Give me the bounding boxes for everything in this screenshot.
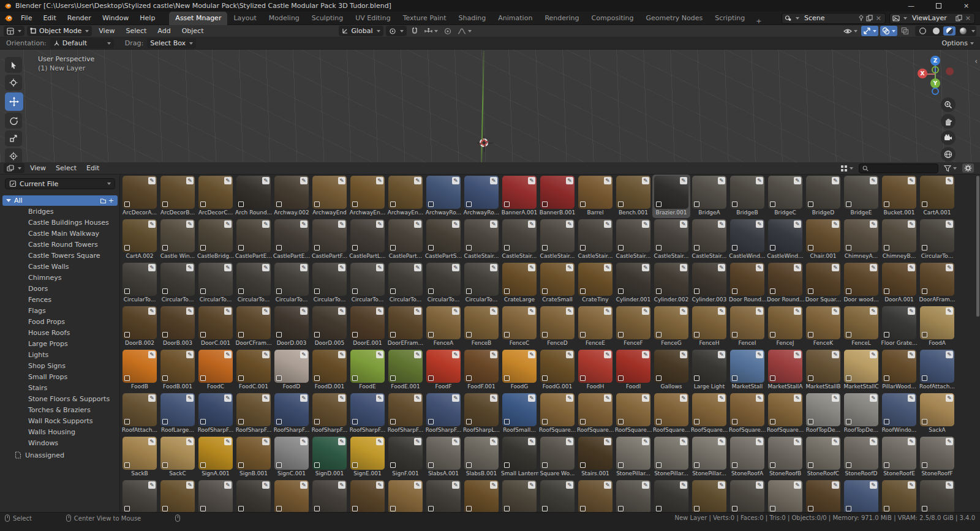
asset-thumbnail[interactable]: ✎ (844, 263, 878, 296)
asset-tile[interactable]: ✎ CircularTo... (197, 262, 235, 305)
add-catalog-button[interactable]: + (108, 197, 114, 205)
catalog-item[interactable]: Chimneys (0, 272, 120, 283)
asset-tile[interactable]: ✎ DoorA.001 (880, 262, 918, 305)
sidebar-toggle-arrow[interactable]: ‹ (974, 57, 978, 66)
proportional-falloff-dropdown[interactable] (456, 26, 473, 36)
asset-thumbnail[interactable]: ✎ (350, 480, 385, 512)
maximize-button[interactable] (925, 0, 952, 12)
asset-tile[interactable]: ✎ StoneRoofB (766, 435, 804, 479)
asset-tile[interactable]: ✎ StoneRoofD (842, 435, 880, 479)
asset-thumbnail[interactable]: ✎ (464, 437, 499, 470)
asset-thumbnail[interactable]: ✎ (160, 263, 195, 296)
asset-thumbnail[interactable]: ✎ (160, 176, 195, 209)
asset-tile[interactable]: ✎ DoorB.002 (121, 305, 159, 348)
asset-thumbnail[interactable]: ✎ (540, 437, 575, 470)
asset-thumbnail[interactable]: ✎ (123, 176, 157, 209)
asset-tile[interactable]: ✎ CrateSmall (538, 262, 576, 305)
asset-thumbnail[interactable]: ✎ (123, 437, 157, 470)
asset-tile[interactable]: ✎ MarketStallB (804, 348, 842, 392)
asset-tile[interactable]: ✎ FenceF (614, 305, 652, 348)
asset-thumbnail[interactable]: ✎ (274, 437, 309, 470)
catalog-item[interactable]: House Roofs (0, 327, 120, 338)
asset-thumbnail[interactable]: ✎ (236, 480, 271, 512)
workspace-tab[interactable]: Layout (227, 12, 262, 25)
asset-thumbnail[interactable]: ✎ (806, 350, 840, 383)
asset-thumbnail[interactable]: ✎ (198, 393, 233, 426)
asset-thumbnail[interactable]: ✎ (730, 437, 764, 470)
asset-thumbnail[interactable]: ✎ (616, 480, 650, 512)
asset-thumbnail[interactable]: ✎ (882, 176, 916, 209)
asset-thumbnail[interactable]: ✎ (502, 219, 537, 252)
asset-thumbnail[interactable]: ✎ (730, 393, 764, 426)
asset-tile[interactable]: ✎ MarketStallC (842, 348, 880, 392)
asset-tile[interactable]: ✎ CircularTo... (462, 262, 500, 305)
viewport-menu[interactable]: Select (121, 27, 151, 35)
asset-tile[interactable]: ✎ RoofAttach... (121, 392, 159, 435)
asset-thumbnail[interactable]: ✎ (540, 393, 575, 426)
asset-thumbnail[interactable]: ✎ (274, 176, 309, 209)
asset-tile[interactable]: ✎ RoofSmall... (500, 392, 538, 435)
asset-thumbnail[interactable]: ✎ (312, 350, 347, 383)
asset-thumbnail[interactable]: ✎ (920, 306, 954, 339)
asset-thumbnail[interactable]: ✎ (236, 263, 271, 296)
asset-thumbnail[interactable]: ✎ (730, 480, 764, 512)
asset-tile[interactable]: ✎ RoofAttach... (918, 348, 956, 392)
view-layer-selector[interactable]: ViewLayer × (889, 13, 975, 24)
asset-thumbnail[interactable]: ✎ (160, 219, 195, 252)
workspace-tab[interactable]: Modeling (263, 12, 306, 25)
solid-shading-button[interactable] (930, 26, 942, 36)
catalog-item[interactable]: Flags (0, 305, 120, 316)
asset-thumbnail[interactable]: ✎ (806, 306, 840, 339)
asset-tile[interactable]: ✎ CartA.002 (121, 218, 159, 262)
asset-tile[interactable]: ✎ RoofSharpF... (235, 392, 273, 435)
asset-tile[interactable]: ✎ SignE.001 (349, 435, 386, 479)
asset-thumbnail[interactable]: ✎ (123, 350, 157, 383)
asset-tile[interactable]: ✎ (424, 479, 462, 512)
asset-tile[interactable]: ✎ FoodG.001 (538, 348, 576, 392)
asset-thumbnail[interactable]: ✎ (844, 176, 878, 209)
asset-thumbnail[interactable]: ✎ (768, 480, 802, 512)
catalog-item[interactable]: Castle Towers Square (0, 250, 120, 261)
asset-tile[interactable]: ✎ RoofSquare... (690, 392, 728, 435)
asset-tile[interactable]: ✎ BridgeA (690, 175, 728, 218)
asset-tile[interactable]: ✎ CartA.001 (918, 175, 956, 218)
asset-thumbnail[interactable]: ✎ (123, 393, 157, 426)
asset-tile[interactable]: ✎ (386, 479, 424, 512)
asset-details-toggle[interactable] (962, 164, 974, 173)
asset-thumbnail[interactable]: ✎ (844, 219, 878, 252)
asset-tile[interactable]: ✎ CircularTo... (349, 262, 386, 305)
asset-thumbnail[interactable]: ✎ (426, 306, 461, 339)
asset-thumbnail[interactable]: ✎ (350, 393, 385, 426)
asset-thumbnail[interactable]: ✎ (730, 350, 764, 383)
asset-tile[interactable]: ✎ RoofSharpL... (462, 392, 500, 435)
asset-thumbnail[interactable]: ✎ (692, 263, 726, 296)
asset-tile[interactable]: ✎ CircularTo... (273, 262, 311, 305)
asset-thumbnail[interactable]: ✎ (768, 437, 802, 470)
asset-tile[interactable]: ✎ ChimneyB... (880, 218, 918, 262)
asset-tile[interactable]: ✎ Stairs.001 (576, 435, 614, 479)
snap-settings-dropdown[interactable] (423, 26, 440, 36)
asset-tile[interactable]: ✎ PillarWood... (880, 348, 918, 392)
asset-thumbnail[interactable]: ✎ (502, 350, 537, 383)
asset-thumbnail[interactable]: ✎ (692, 480, 726, 512)
asset-tile[interactable]: ✎ FoodF.001 (462, 348, 500, 392)
asset-thumbnail[interactable]: ✎ (768, 176, 802, 209)
rotate-tool[interactable] (5, 113, 22, 129)
asset-tile[interactable]: ✎ (614, 479, 652, 512)
asset-tile[interactable]: ✎ BannerB.001 (538, 175, 576, 218)
asset-thumbnail[interactable]: ✎ (464, 176, 499, 209)
asset-thumbnail[interactable]: ✎ (274, 480, 309, 512)
workspace-tab[interactable]: Scripting (709, 12, 751, 25)
asset-tile[interactable]: ✎ FenceB (462, 305, 500, 348)
asset-tile[interactable]: ✎ (197, 479, 235, 512)
asset-tile[interactable]: ✎ Brazier.001 (652, 175, 690, 218)
material-preview-button[interactable] (943, 26, 956, 36)
asset-thumbnail[interactable]: ✎ (654, 350, 688, 383)
topbar-menu[interactable]: Window (97, 14, 134, 22)
asset-tile[interactable]: ✎ CastleStair... (500, 218, 538, 262)
asset-tile[interactable]: ✎ FoodH (576, 348, 614, 392)
asset-tile[interactable]: ✎ FenceL (842, 305, 880, 348)
asset-thumbnail[interactable]: ✎ (616, 219, 650, 252)
asset-tile[interactable]: ✎ Large Light (690, 348, 728, 392)
asset-tile[interactable]: ✎ RoofSquare... (614, 392, 652, 435)
